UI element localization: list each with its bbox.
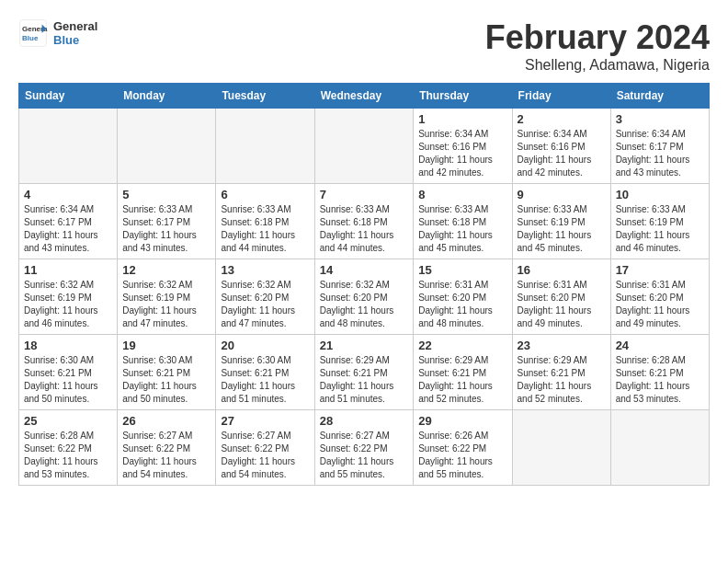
day-info: Sunrise: 6:34 AMSunset: 6:17 PMDaylight:… [24, 203, 112, 255]
day-info: Sunrise: 6:27 AMSunset: 6:22 PMDaylight:… [320, 430, 409, 481]
day-cell: 17Sunrise: 6:31 AMSunset: 6:20 PMDayligh… [610, 259, 709, 335]
day-cell: 1Sunrise: 6:34 AMSunset: 6:16 PMDaylight… [414, 109, 512, 184]
month-title: February 2024 [485, 18, 710, 57]
weekday-header-thursday: Thursday [414, 84, 512, 109]
week-row-1: 1Sunrise: 6:34 AMSunset: 6:16 PMDaylight… [19, 109, 710, 184]
day-cell [118, 109, 216, 184]
day-info: Sunrise: 6:33 AMSunset: 6:19 PMDaylight:… [616, 203, 704, 255]
day-number: 20 [221, 339, 309, 352]
day-number: 16 [518, 263, 606, 277]
day-number: 8 [418, 188, 506, 201]
day-number: 28 [320, 414, 409, 428]
day-info: Sunrise: 6:33 AMSunset: 6:19 PMDaylight:… [518, 203, 606, 255]
day-cell: 7Sunrise: 6:33 AMSunset: 6:18 PMDaylight… [314, 184, 414, 259]
day-number: 15 [418, 263, 506, 277]
day-info: Sunrise: 6:29 AMSunset: 6:21 PMDaylight:… [418, 354, 506, 406]
day-cell: 27Sunrise: 6:27 AMSunset: 6:22 PMDayligh… [216, 410, 314, 486]
day-number: 3 [616, 112, 704, 126]
day-info: Sunrise: 6:32 AMSunset: 6:19 PMDaylight:… [122, 279, 210, 330]
weekday-header-saturday: Saturday [610, 84, 709, 109]
weekday-header-row: SundayMondayTuesdayWednesdayThursdayFrid… [19, 84, 710, 109]
day-number: 9 [518, 188, 606, 201]
day-cell: 29Sunrise: 6:26 AMSunset: 6:22 PMDayligh… [414, 410, 512, 486]
day-cell [216, 109, 314, 184]
day-cell: 22Sunrise: 6:29 AMSunset: 6:21 PMDayligh… [414, 335, 512, 410]
day-number: 2 [518, 112, 606, 126]
day-cell [610, 410, 709, 486]
day-info: Sunrise: 6:30 AMSunset: 6:21 PMDaylight:… [24, 354, 112, 406]
svg-text:Blue: Blue [22, 34, 39, 42]
day-number: 22 [418, 339, 506, 352]
day-info: Sunrise: 6:33 AMSunset: 6:17 PMDaylight:… [122, 203, 210, 255]
week-row-2: 4Sunrise: 6:34 AMSunset: 6:17 PMDaylight… [19, 184, 710, 259]
day-cell: 28Sunrise: 6:27 AMSunset: 6:22 PMDayligh… [314, 410, 414, 486]
day-number: 17 [616, 263, 704, 277]
day-info: Sunrise: 6:27 AMSunset: 6:22 PMDaylight:… [221, 430, 309, 481]
logo-icon: General Blue [18, 18, 48, 48]
day-number: 29 [418, 414, 506, 428]
day-cell [512, 410, 610, 486]
day-cell: 16Sunrise: 6:31 AMSunset: 6:20 PMDayligh… [512, 259, 610, 335]
day-cell: 3Sunrise: 6:34 AMSunset: 6:17 PMDaylight… [610, 109, 709, 184]
day-cell: 4Sunrise: 6:34 AMSunset: 6:17 PMDaylight… [19, 184, 118, 259]
day-info: Sunrise: 6:26 AMSunset: 6:22 PMDaylight:… [418, 430, 506, 481]
day-info: Sunrise: 6:32 AMSunset: 6:20 PMDaylight:… [320, 279, 409, 330]
title-block: February 2024 Shelleng, Adamawa, Nigeria [485, 18, 710, 74]
day-info: Sunrise: 6:32 AMSunset: 6:20 PMDaylight:… [221, 279, 309, 330]
day-cell: 15Sunrise: 6:31 AMSunset: 6:20 PMDayligh… [414, 259, 512, 335]
day-cell: 6Sunrise: 6:33 AMSunset: 6:18 PMDaylight… [216, 184, 314, 259]
day-cell [314, 109, 414, 184]
day-cell: 13Sunrise: 6:32 AMSunset: 6:20 PMDayligh… [216, 259, 314, 335]
day-info: Sunrise: 6:34 AMSunset: 6:17 PMDaylight:… [616, 128, 704, 179]
day-number: 1 [418, 112, 506, 126]
day-number: 10 [616, 188, 704, 201]
day-info: Sunrise: 6:27 AMSunset: 6:22 PMDaylight:… [122, 430, 210, 481]
logo: General Blue General Blue [18, 18, 97, 48]
day-info: Sunrise: 6:34 AMSunset: 6:16 PMDaylight:… [418, 128, 506, 179]
day-info: Sunrise: 6:28 AMSunset: 6:21 PMDaylight:… [616, 354, 704, 406]
day-info: Sunrise: 6:31 AMSunset: 6:20 PMDaylight:… [518, 279, 606, 330]
day-cell: 10Sunrise: 6:33 AMSunset: 6:19 PMDayligh… [610, 184, 709, 259]
weekday-header-friday: Friday [512, 84, 610, 109]
day-number: 19 [122, 339, 210, 352]
day-cell: 24Sunrise: 6:28 AMSunset: 6:21 PMDayligh… [610, 335, 709, 410]
calendar-table: SundayMondayTuesdayWednesdayThursdayFrid… [18, 83, 710, 486]
day-info: Sunrise: 6:28 AMSunset: 6:22 PMDaylight:… [24, 430, 112, 481]
day-number: 24 [616, 339, 704, 352]
day-number: 6 [221, 188, 309, 201]
weekday-header-sunday: Sunday [19, 84, 118, 109]
day-number: 12 [122, 263, 210, 277]
day-info: Sunrise: 6:29 AMSunset: 6:21 PMDaylight:… [518, 354, 606, 406]
day-cell: 5Sunrise: 6:33 AMSunset: 6:17 PMDaylight… [118, 184, 216, 259]
day-info: Sunrise: 6:29 AMSunset: 6:21 PMDaylight:… [320, 354, 409, 406]
day-number: 25 [24, 414, 112, 428]
day-info: Sunrise: 6:30 AMSunset: 6:21 PMDaylight:… [221, 354, 309, 406]
day-cell [19, 109, 118, 184]
day-cell: 18Sunrise: 6:30 AMSunset: 6:21 PMDayligh… [19, 335, 118, 410]
weekday-header-monday: Monday [118, 84, 216, 109]
day-number: 27 [221, 414, 309, 428]
day-number: 14 [320, 263, 409, 277]
day-number: 18 [24, 339, 112, 352]
day-number: 4 [24, 188, 112, 201]
day-cell: 26Sunrise: 6:27 AMSunset: 6:22 PMDayligh… [118, 410, 216, 486]
day-cell: 11Sunrise: 6:32 AMSunset: 6:19 PMDayligh… [19, 259, 118, 335]
day-number: 23 [518, 339, 606, 352]
day-number: 5 [122, 188, 210, 201]
day-info: Sunrise: 6:33 AMSunset: 6:18 PMDaylight:… [320, 203, 409, 255]
week-row-3: 11Sunrise: 6:32 AMSunset: 6:19 PMDayligh… [19, 259, 710, 335]
day-cell: 9Sunrise: 6:33 AMSunset: 6:19 PMDaylight… [512, 184, 610, 259]
day-cell: 2Sunrise: 6:34 AMSunset: 6:16 PMDaylight… [512, 109, 610, 184]
weekday-header-wednesday: Wednesday [314, 84, 414, 109]
day-info: Sunrise: 6:31 AMSunset: 6:20 PMDaylight:… [616, 279, 704, 330]
day-number: 26 [122, 414, 210, 428]
day-cell: 12Sunrise: 6:32 AMSunset: 6:19 PMDayligh… [118, 259, 216, 335]
day-cell: 25Sunrise: 6:28 AMSunset: 6:22 PMDayligh… [19, 410, 118, 486]
day-info: Sunrise: 6:32 AMSunset: 6:19 PMDaylight:… [24, 279, 112, 330]
day-info: Sunrise: 6:33 AMSunset: 6:18 PMDaylight:… [221, 203, 309, 255]
weekday-header-tuesday: Tuesday [216, 84, 314, 109]
day-number: 11 [24, 263, 112, 277]
day-cell: 8Sunrise: 6:33 AMSunset: 6:18 PMDaylight… [414, 184, 512, 259]
day-info: Sunrise: 6:30 AMSunset: 6:21 PMDaylight:… [122, 354, 210, 406]
week-row-5: 25Sunrise: 6:28 AMSunset: 6:22 PMDayligh… [19, 410, 710, 486]
